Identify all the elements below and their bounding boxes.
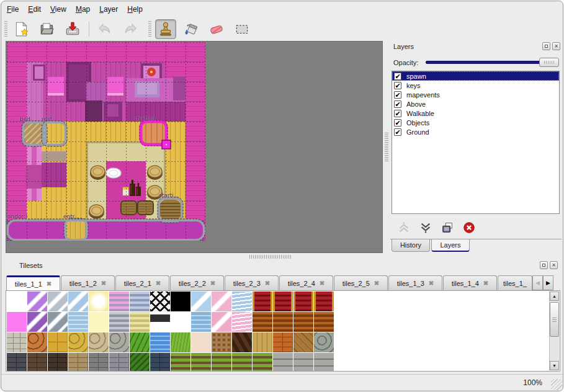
tile-2-10[interactable] <box>212 332 231 352</box>
tile-2-11[interactable] <box>232 332 252 352</box>
rect-select-tool-button[interactable] <box>231 19 253 39</box>
close-tab-icon[interactable]: ✖ <box>483 280 488 287</box>
tileset-tab-tiles_1_2[interactable]: tiles_1_2✖ <box>61 275 115 290</box>
tile-3-7[interactable] <box>150 353 170 372</box>
close-tab-icon[interactable]: ✖ <box>101 280 106 287</box>
tileset-tab-tiles_2_2[interactable]: tiles_2_2✖ <box>170 275 224 290</box>
tile-1-5[interactable] <box>109 312 129 332</box>
menu-edit[interactable]: Edit <box>26 3 46 16</box>
layer-row-keys[interactable]: ✔keys <box>392 81 559 90</box>
scrollbar-thumb[interactable] <box>550 302 559 337</box>
tile-1-6[interactable] <box>130 312 150 332</box>
tile-3-12[interactable] <box>253 353 272 372</box>
vertical-splitter[interactable] <box>385 133 388 163</box>
tile-2-3[interactable] <box>68 332 88 352</box>
menu-view[interactable]: View <box>48 3 71 16</box>
tile-1-13[interactable] <box>273 312 293 332</box>
tile-3-3[interactable] <box>68 353 88 372</box>
tab-history[interactable]: History <box>392 239 430 252</box>
map-canvas[interactable] <box>7 42 205 241</box>
tile-0-3[interactable] <box>68 292 88 311</box>
close-tab-icon[interactable]: ✖ <box>265 280 270 287</box>
stamp-tool-button[interactable] <box>155 19 176 39</box>
tile-1-9[interactable] <box>191 312 211 332</box>
tile-2-6[interactable] <box>130 332 150 352</box>
tilesets-close-button[interactable]: ✕ <box>550 261 558 269</box>
tile-2-5[interactable] <box>109 332 129 352</box>
fill-tool-button[interactable] <box>181 19 202 39</box>
layer-visibility-checkbox[interactable]: ✔ <box>394 91 401 99</box>
tile-2-7[interactable] <box>150 332 170 352</box>
tile-0-0[interactable] <box>7 292 27 311</box>
menu-file[interactable]: File <box>5 3 24 16</box>
layers-close-button[interactable]: ✕ <box>552 42 560 50</box>
tab-layers[interactable]: Layers <box>431 239 470 252</box>
eraser-tool-button[interactable] <box>206 19 227 39</box>
tile-0-12[interactable] <box>253 292 272 311</box>
tile-2-8[interactable] <box>171 332 190 352</box>
tileset-tab-tiles_1_4[interactable]: tiles_1_4✖ <box>443 275 497 290</box>
menu-map[interactable]: Map <box>74 3 95 16</box>
tile-3-0[interactable] <box>7 353 27 372</box>
tile-0-11[interactable] <box>232 292 252 311</box>
save-button[interactable] <box>62 19 83 39</box>
layer-visibility-checkbox[interactable]: ✔ <box>394 110 401 117</box>
map-viewport[interactable] <box>6 41 383 253</box>
tileset-tab-tiles_2_1[interactable]: tiles_2_1✖ <box>115 275 169 290</box>
tile-3-9[interactable] <box>191 353 211 372</box>
tile-3-14[interactable] <box>293 353 313 372</box>
tile-1-10[interactable] <box>212 312 231 332</box>
tileset-tab-tiles_2_3[interactable]: tiles_2_3✖ <box>225 275 279 290</box>
tile-1-12[interactable] <box>253 312 272 332</box>
tile-1-14[interactable] <box>293 312 313 332</box>
tile-2-0[interactable] <box>7 332 27 352</box>
tile-1-11[interactable] <box>232 312 252 332</box>
tabs-scroll-left-button[interactable]: ◀ <box>532 275 543 290</box>
toolbar-grip-2[interactable] <box>148 21 151 37</box>
tile-2-14[interactable] <box>293 332 313 352</box>
tile-3-4[interactable] <box>89 353 109 372</box>
close-tab-icon[interactable]: ✖ <box>47 280 51 287</box>
scroll-up-button[interactable]: ▲ <box>550 292 559 301</box>
layer-row-mapevents[interactable]: ✔mapevents <box>392 90 559 99</box>
tile-3-10[interactable] <box>212 353 231 372</box>
layer-visibility-checkbox[interactable]: ✔ <box>394 82 401 89</box>
horizontal-splitter[interactable] <box>249 255 292 259</box>
tile-1-8[interactable] <box>171 312 190 332</box>
tileset-tab-tiles_2_5[interactable]: tiles_2_5✖ <box>334 275 388 290</box>
new-file-button[interactable] <box>11 19 32 39</box>
opacity-slider-handle[interactable] <box>539 58 559 67</box>
tile-0-14[interactable] <box>293 292 313 311</box>
tileset-view[interactable]: ▲ ▼ <box>6 290 560 372</box>
delete-layer-button[interactable] <box>461 220 477 235</box>
close-tab-icon[interactable]: ✖ <box>429 280 434 287</box>
tile-1-2[interactable] <box>48 312 68 332</box>
toolbar-grip[interactable] <box>4 21 7 37</box>
tile-1-1[interactable] <box>27 312 47 332</box>
close-tab-icon[interactable]: ✖ <box>156 280 161 287</box>
open-button[interactable] <box>37 19 58 39</box>
tile-0-2[interactable] <box>48 292 68 311</box>
move-layer-down-button[interactable] <box>418 220 434 235</box>
tileset-tab-tiles_1_1[interactable]: tiles_1_1✖ <box>6 275 60 290</box>
layer-row-Above[interactable]: ✔Above <box>392 99 559 109</box>
tile-palette[interactable] <box>7 292 334 372</box>
tileset-scrollbar[interactable]: ▲ ▼ <box>549 292 559 370</box>
tile-3-15[interactable] <box>314 353 334 372</box>
tilesets-float-button[interactable] <box>540 261 548 269</box>
redo-button[interactable] <box>120 19 141 39</box>
tileset-tab-tiles_2_4[interactable]: tiles_2_4✖ <box>279 275 333 290</box>
tile-3-1[interactable] <box>27 353 47 372</box>
opacity-slider[interactable] <box>424 57 559 67</box>
tile-2-15[interactable] <box>314 332 334 352</box>
tile-3-8[interactable] <box>171 353 190 372</box>
tile-0-6[interactable] <box>130 292 150 311</box>
layer-visibility-checkbox[interactable]: ✔ <box>394 100 401 108</box>
tile-3-6[interactable] <box>130 353 150 372</box>
tabs-scroll-right-button[interactable]: ▶ <box>543 275 553 290</box>
layer-visibility-checkbox[interactable]: ✔ <box>394 73 401 80</box>
tile-0-5[interactable] <box>109 292 129 311</box>
resize-grip[interactable] <box>551 379 562 390</box>
tile-1-3[interactable] <box>68 312 88 332</box>
layer-visibility-checkbox[interactable]: ✔ <box>394 128 401 136</box>
